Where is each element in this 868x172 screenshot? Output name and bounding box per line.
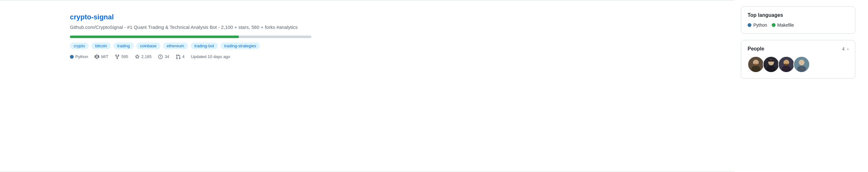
chart-bar-fill bbox=[70, 36, 239, 38]
fork-icon bbox=[115, 54, 120, 59]
license-label: MIT bbox=[101, 54, 108, 59]
avatar-4[interactable] bbox=[793, 56, 810, 73]
lang-python: Python bbox=[748, 23, 767, 28]
sidebar: Top languages Python Makefile People 4 › bbox=[735, 0, 868, 172]
meta-stars: 2,185 bbox=[135, 54, 152, 59]
star-icon bbox=[135, 54, 140, 59]
svg-point-9 bbox=[767, 66, 776, 72]
svg-point-5 bbox=[751, 66, 760, 72]
lang-makefile: Makefile bbox=[772, 23, 794, 28]
language-dot-python bbox=[70, 55, 74, 59]
tag-trading[interactable]: trading bbox=[114, 42, 134, 49]
meta-forks: 595 bbox=[115, 54, 128, 59]
svg-point-16 bbox=[797, 66, 806, 72]
svg-point-2 bbox=[160, 57, 161, 58]
avatar-4-svg bbox=[794, 57, 809, 72]
avatar-1[interactable] bbox=[748, 56, 764, 73]
meta-license: MIT bbox=[94, 54, 108, 59]
people-count-area: 4 › bbox=[842, 46, 848, 51]
main-content: crypto-signal Github.com/CryptoSignal - … bbox=[0, 0, 735, 172]
svg-point-15 bbox=[799, 60, 804, 65]
issues-label: 34 bbox=[164, 54, 169, 59]
meta-issues: 34 bbox=[158, 54, 169, 59]
avatar-2[interactable] bbox=[763, 56, 779, 73]
avatar-1-svg bbox=[748, 57, 764, 72]
repo-title[interactable]: crypto-signal bbox=[70, 13, 715, 21]
meta-updated: Updated 10 days ago bbox=[191, 54, 230, 59]
repo-description: Github.com/CryptoSignal - #1 Quant Tradi… bbox=[70, 24, 311, 31]
makefile-dot bbox=[772, 23, 776, 27]
meta-row: Python MIT 595 2,185 bbox=[70, 54, 715, 59]
people-card: People 4 › bbox=[741, 40, 855, 79]
top-languages-card: Top languages Python Makefile bbox=[741, 6, 855, 34]
tag-trading-bot[interactable]: trading-bot bbox=[191, 42, 218, 49]
avatar-2-svg bbox=[764, 57, 779, 72]
languages-row: Python Makefile bbox=[748, 23, 848, 28]
svg-rect-10 bbox=[768, 60, 774, 62]
python-dot bbox=[748, 23, 751, 27]
tag-ethereum[interactable]: ethereum bbox=[163, 42, 188, 49]
tags-row: crypto bitcoin trading coinbase ethereum… bbox=[70, 42, 715, 49]
license-icon bbox=[94, 54, 99, 59]
makefile-label: Makefile bbox=[777, 23, 794, 28]
top-languages-title: Top languages bbox=[748, 12, 848, 18]
pr-icon bbox=[176, 54, 181, 59]
avatar-3-svg bbox=[779, 57, 794, 72]
page-container: crypto-signal Github.com/CryptoSignal - … bbox=[0, 0, 868, 172]
avatar-3[interactable] bbox=[778, 56, 795, 73]
pr-label: 4 bbox=[182, 54, 185, 59]
language-label: Python bbox=[75, 54, 88, 59]
people-header: People 4 › bbox=[748, 46, 848, 52]
people-count-label: 4 bbox=[842, 46, 845, 51]
svg-point-13 bbox=[782, 66, 791, 72]
updated-label: Updated 10 days ago bbox=[191, 54, 230, 59]
tag-trading-strategies[interactable]: trading-strategies bbox=[220, 42, 260, 49]
chart-bar bbox=[70, 36, 311, 38]
people-title: People bbox=[748, 46, 764, 52]
avatars-row bbox=[748, 56, 848, 73]
stars-label: 2,185 bbox=[142, 54, 152, 59]
tag-bitcoin[interactable]: bitcoin bbox=[91, 42, 111, 49]
tag-crypto[interactable]: crypto bbox=[70, 42, 89, 49]
meta-prs: 4 bbox=[176, 54, 185, 59]
meta-language: Python bbox=[70, 54, 88, 59]
chevron-right-icon[interactable]: › bbox=[847, 46, 848, 51]
tag-coinbase[interactable]: coinbase bbox=[136, 42, 160, 49]
issues-icon bbox=[158, 54, 163, 59]
python-label: Python bbox=[753, 23, 767, 28]
forks-label: 595 bbox=[121, 54, 128, 59]
